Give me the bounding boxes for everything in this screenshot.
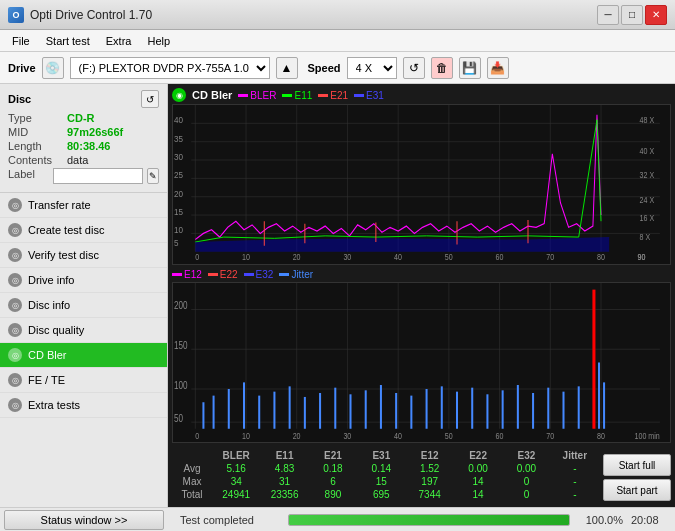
nav-drive-info[interactable]: ◎ Drive info xyxy=(0,268,167,293)
nav-label-create: Create test disc xyxy=(28,224,104,236)
progress-bar-fill xyxy=(289,515,569,525)
drive-select[interactable]: (F:) PLEXTOR DVDR PX-755A 1.08 xyxy=(70,57,270,79)
stats-max-e31: 15 xyxy=(357,475,405,488)
nav-extra-tests[interactable]: ◎ Extra tests xyxy=(0,393,167,418)
svg-text:10: 10 xyxy=(174,225,183,236)
nav-icon-fe-te: ◎ xyxy=(8,373,22,387)
svg-text:150: 150 xyxy=(174,339,188,351)
stats-total-label: Total xyxy=(172,488,212,501)
stats-avg-e32: 0.00 xyxy=(502,462,550,475)
svg-text:50: 50 xyxy=(174,412,183,424)
legend2-e32-label: E32 xyxy=(256,269,274,280)
stats-col-bler: BLER xyxy=(212,449,260,462)
svg-text:50: 50 xyxy=(445,253,453,263)
stats-avg-e22: 0.00 xyxy=(454,462,502,475)
menu-help[interactable]: Help xyxy=(139,33,178,49)
disc-refresh-button[interactable]: ↺ xyxy=(141,90,159,108)
legend2-e12-label: E12 xyxy=(184,269,202,280)
eject-button[interactable]: ▲ xyxy=(276,57,298,79)
svg-text:10: 10 xyxy=(242,431,250,441)
drive-label: Drive xyxy=(8,62,36,74)
svg-text:0: 0 xyxy=(195,253,200,263)
nav-icon-disc: ◎ xyxy=(8,298,22,312)
menu-start-test[interactable]: Start test xyxy=(38,33,98,49)
svg-text:100 min: 100 min xyxy=(635,431,661,441)
disc-contents-label: Contents xyxy=(8,154,63,166)
chart1-container: 40 35 30 25 20 15 10 5 0 10 20 30 40 50 … xyxy=(172,104,671,265)
svg-text:50: 50 xyxy=(445,431,453,441)
legend-e11-label: E11 xyxy=(294,90,312,101)
svg-text:20: 20 xyxy=(293,431,301,441)
svg-text:30: 30 xyxy=(343,431,351,441)
stats-total-e21: 890 xyxy=(309,488,357,501)
legend2-e12-color xyxy=(172,273,182,276)
label-edit-button[interactable]: ✎ xyxy=(147,168,159,184)
svg-text:30: 30 xyxy=(343,253,351,263)
minimize-button[interactable]: ─ xyxy=(597,5,619,25)
title-controls: ─ □ ✕ xyxy=(597,5,667,25)
svg-text:24 X: 24 X xyxy=(640,195,655,205)
disc-header: Disc ↺ xyxy=(8,90,159,108)
start-full-button[interactable]: Start full xyxy=(603,454,671,476)
nav-icon-drive: ◎ xyxy=(8,273,22,287)
burn-button[interactable]: 💾 xyxy=(459,57,481,79)
nav-icon-create: ◎ xyxy=(8,223,22,237)
menu-file[interactable]: File xyxy=(4,33,38,49)
refresh-button[interactable]: ↺ xyxy=(403,57,425,79)
nav-fe-te[interactable]: ◎ FE / TE xyxy=(0,368,167,393)
nav-disc-quality[interactable]: ◎ Disc quality xyxy=(0,318,167,343)
status-nav: Status window >> xyxy=(4,510,172,530)
stats-total-e11: 23356 xyxy=(260,488,308,501)
nav-cd-bler[interactable]: ◎ CD Bler xyxy=(0,343,167,368)
nav-icon-verify: ◎ xyxy=(8,248,22,262)
svg-text:40: 40 xyxy=(394,431,402,441)
stats-max-e21: 6 xyxy=(309,475,357,488)
stats-max-jitter: - xyxy=(551,475,599,488)
chart-title-icon: ◉ xyxy=(172,88,186,102)
stats-col-e12: E12 xyxy=(406,449,454,462)
erase-button[interactable]: 🗑 xyxy=(431,57,453,79)
nav-create-test-disc[interactable]: ◎ Create test disc xyxy=(0,218,167,243)
svg-text:32 X: 32 X xyxy=(640,171,655,181)
svg-text:60: 60 xyxy=(496,431,504,441)
nav-verify-test-disc[interactable]: ◎ Verify test disc xyxy=(0,243,167,268)
stats-avg-label: Avg xyxy=(172,462,212,475)
legend-e11: E11 xyxy=(282,90,312,101)
progress-bar-container xyxy=(288,514,570,526)
status-message: Test completed xyxy=(180,514,280,526)
stats-col-e31: E31 xyxy=(357,449,405,462)
svg-text:5: 5 xyxy=(174,237,179,248)
nav-transfer-rate[interactable]: ◎ Transfer rate xyxy=(0,193,167,218)
svg-text:40 X: 40 X xyxy=(640,146,655,156)
menu-bar: File Start test Extra Help xyxy=(0,30,675,52)
disc-panel: Disc ↺ Type CD-R MID 97m26s66f Length 80… xyxy=(0,84,167,193)
close-button[interactable]: ✕ xyxy=(645,5,667,25)
stats-avg-e11: 4.83 xyxy=(260,462,308,475)
menu-extra[interactable]: Extra xyxy=(98,33,140,49)
sidebar: Disc ↺ Type CD-R MID 97m26s66f Length 80… xyxy=(0,84,168,507)
start-part-button[interactable]: Start part xyxy=(603,479,671,501)
stats-max-e22: 14 xyxy=(454,475,502,488)
svg-text:40: 40 xyxy=(174,115,183,126)
svg-text:48 X: 48 X xyxy=(640,116,655,126)
disc-contents-value: data xyxy=(67,154,88,166)
save-button[interactable]: 📥 xyxy=(487,57,509,79)
progress-time: 20:08 xyxy=(631,514,671,526)
stats-avg-e21: 0.18 xyxy=(309,462,357,475)
stats-header-empty xyxy=(172,449,212,462)
stats-max-e32: 0 xyxy=(502,475,550,488)
nav-disc-info[interactable]: ◎ Disc info xyxy=(0,293,167,318)
legend-e31-color xyxy=(354,94,364,97)
status-window-button[interactable]: Status window >> xyxy=(4,510,164,530)
nav-label-fe-te: FE / TE xyxy=(28,374,65,386)
maximize-button[interactable]: □ xyxy=(621,5,643,25)
disc-length-value: 80:38.46 xyxy=(67,140,110,152)
svg-text:60: 60 xyxy=(496,253,504,263)
chart1-title: CD Bler xyxy=(192,89,232,101)
svg-text:20: 20 xyxy=(293,253,301,263)
stats-avg-e31: 0.14 xyxy=(357,462,405,475)
disc-label-input[interactable]: 251 iHAS B Au xyxy=(53,168,143,184)
stats-avg-e12: 1.52 xyxy=(406,462,454,475)
stats-max-e12: 197 xyxy=(406,475,454,488)
speed-select[interactable]: 4 X 8 X 12 X 16 X Max xyxy=(347,57,397,79)
